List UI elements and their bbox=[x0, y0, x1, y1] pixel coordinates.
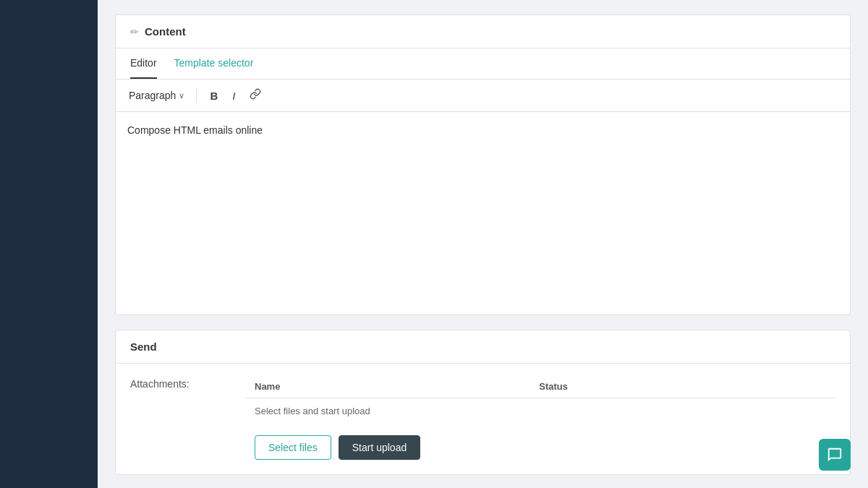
attachments-right: Name Status Select files and start uploa… bbox=[246, 375, 835, 463]
main-content: ✏ Content Editor Template selector Parag… bbox=[98, 0, 868, 488]
content-card-header: ✏ Content bbox=[116, 15, 850, 48]
paragraph-chevron-icon: ∨ bbox=[179, 91, 184, 100]
link-button[interactable] bbox=[245, 87, 265, 104]
tab-template-selector[interactable]: Template selector bbox=[174, 48, 254, 79]
send-card: Send Attachments: Name Status Select fil… bbox=[115, 330, 851, 475]
start-upload-button[interactable]: Start upload bbox=[339, 435, 421, 460]
select-files-button[interactable]: Select files bbox=[255, 435, 331, 460]
attachments-label: Attachments: bbox=[130, 375, 246, 390]
italic-button[interactable]: I bbox=[228, 88, 239, 103]
content-card-title: Content bbox=[145, 25, 186, 38]
col-name-header: Name bbox=[246, 375, 530, 398]
send-card-title: Send bbox=[130, 341, 157, 353]
attachments-section: Attachments: Name Status Select files an… bbox=[116, 364, 850, 474]
send-card-header: Send bbox=[116, 330, 850, 364]
content-card: ✏ Content Editor Template selector Parag… bbox=[115, 14, 851, 315]
tabs-bar: Editor Template selector bbox=[116, 48, 850, 80]
bold-button[interactable]: B bbox=[205, 88, 222, 103]
paragraph-select[interactable]: Paragraph ∨ bbox=[126, 88, 187, 103]
paragraph-label: Paragraph bbox=[129, 90, 176, 101]
editor-toolbar: Paragraph ∨ B I bbox=[116, 80, 850, 112]
tab-editor[interactable]: Editor bbox=[130, 48, 157, 79]
editor-area: Paragraph ∨ B I Compose HTML emails onli… bbox=[116, 80, 850, 314]
toolbar-divider bbox=[196, 88, 197, 103]
editor-content[interactable]: Compose HTML emails online bbox=[116, 112, 850, 314]
attachments-table: Name Status Select files and start uploa… bbox=[246, 375, 835, 424]
upload-hint-row: Select files and start upload bbox=[246, 398, 835, 424]
col-status-header: Status bbox=[530, 375, 835, 398]
upload-hint-text: Select files and start upload bbox=[246, 398, 835, 424]
pencil-icon: ✏ bbox=[130, 26, 139, 38]
upload-buttons-row: Select files Start upload bbox=[246, 432, 835, 463]
sidebar bbox=[0, 0, 98, 488]
chat-fab[interactable] bbox=[819, 439, 851, 471]
